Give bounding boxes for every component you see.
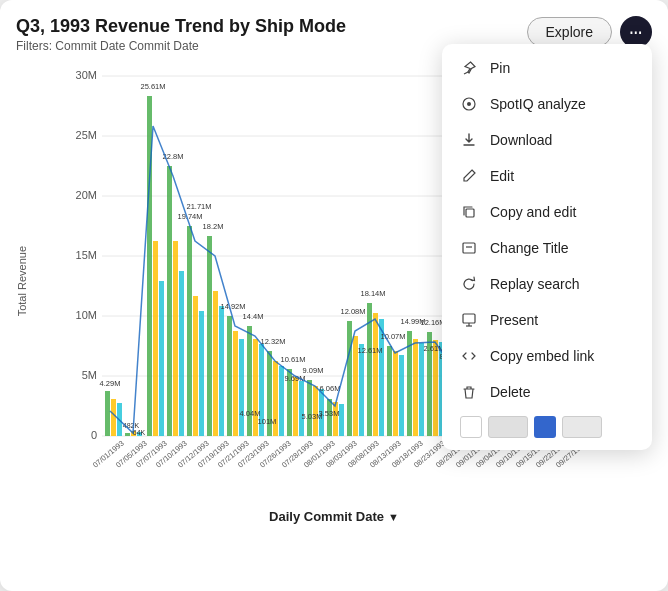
- svg-rect-59: [313, 386, 318, 436]
- svg-rect-16: [105, 391, 110, 436]
- color-box-1[interactable]: [460, 416, 482, 438]
- svg-text:20M: 20M: [76, 189, 97, 201]
- svg-rect-79: [413, 339, 418, 436]
- svg-rect-39: [213, 291, 218, 436]
- spotiq-icon: [460, 95, 478, 113]
- menu-item-download[interactable]: Download: [442, 122, 652, 158]
- svg-rect-44: [239, 339, 244, 436]
- svg-text:12.08M: 12.08M: [340, 307, 365, 316]
- svg-line-151: [464, 72, 468, 74]
- svg-text:25.61M: 25.61M: [140, 82, 165, 91]
- svg-rect-68: [359, 344, 364, 436]
- svg-text:21.71M: 21.71M: [186, 202, 211, 211]
- embed-icon: [460, 347, 478, 365]
- svg-rect-74: [387, 346, 392, 436]
- svg-rect-38: [207, 236, 212, 436]
- menu-item-change-title-label: Change Title: [490, 240, 569, 256]
- menu-item-embed-label: Copy embed link: [490, 348, 594, 364]
- svg-rect-56: [299, 381, 304, 436]
- svg-rect-34: [193, 296, 198, 436]
- svg-text:9.09M: 9.09M: [303, 366, 324, 375]
- svg-text:5M: 5M: [82, 369, 97, 381]
- svg-rect-42: [227, 316, 232, 436]
- y-axis-label: Total Revenue: [16, 246, 28, 316]
- svg-rect-35: [199, 311, 204, 436]
- svg-rect-64: [339, 404, 344, 436]
- svg-text:10.61M: 10.61M: [280, 355, 305, 364]
- svg-text:15M: 15M: [76, 249, 97, 261]
- svg-rect-29: [167, 166, 172, 436]
- menu-item-delete-label: Delete: [490, 384, 530, 400]
- svg-text:14.92M: 14.92M: [220, 302, 245, 311]
- x-axis-label: Daily Commit Date ▼: [16, 501, 652, 530]
- svg-rect-33: [187, 226, 192, 436]
- svg-text:30M: 30M: [76, 69, 97, 81]
- menu-item-copy-edit-label: Copy and edit: [490, 204, 576, 220]
- svg-text:12.32M: 12.32M: [260, 337, 285, 346]
- svg-rect-17: [111, 399, 116, 436]
- menu-item-download-label: Download: [490, 132, 552, 148]
- edit-icon: [460, 167, 478, 185]
- copy-icon: [460, 203, 478, 221]
- pin-icon: [460, 59, 478, 77]
- svg-rect-27: [159, 281, 164, 436]
- svg-rect-26: [153, 241, 158, 436]
- svg-rect-46: [247, 326, 252, 436]
- svg-text:10M: 10M: [76, 309, 97, 321]
- svg-rect-31: [179, 271, 184, 436]
- svg-rect-43: [233, 331, 238, 436]
- menu-item-edit[interactable]: Edit: [442, 158, 652, 194]
- menu-item-embed[interactable]: Copy embed link: [442, 338, 652, 374]
- svg-text:101M: 101M: [258, 417, 277, 426]
- color-box-2[interactable]: [488, 416, 528, 438]
- svg-text:19.74M: 19.74M: [177, 212, 202, 221]
- menu-item-pin[interactable]: Pin: [442, 50, 652, 86]
- chart-title: Q3, 1993 Revenue Trend by Ship Mode: [16, 16, 346, 37]
- svg-text:5.03M: 5.03M: [302, 412, 323, 421]
- x-axis-text: Daily Commit Date: [269, 509, 384, 524]
- trash-icon: [460, 383, 478, 401]
- present-icon: [460, 311, 478, 329]
- svg-text:0: 0: [91, 429, 97, 441]
- menu-item-pin-label: Pin: [490, 60, 510, 76]
- svg-rect-30: [173, 241, 178, 436]
- menu-item-spotiq[interactable]: SpotIQ analyze: [442, 86, 652, 122]
- menu-item-present-label: Present: [490, 312, 538, 328]
- svg-rect-83: [433, 340, 438, 436]
- menu-item-change-title[interactable]: Change Title: [442, 230, 652, 266]
- color-boxes-row: [442, 410, 652, 444]
- svg-text:14.4M: 14.4M: [243, 312, 264, 321]
- svg-text:12.61M: 12.61M: [357, 346, 382, 355]
- menu-item-delete[interactable]: Delete: [442, 374, 652, 410]
- svg-rect-76: [399, 355, 404, 436]
- svg-rect-158: [463, 314, 475, 323]
- svg-rect-52: [279, 366, 284, 436]
- menu-item-edit-label: Edit: [490, 168, 514, 184]
- svg-rect-63: [333, 402, 338, 436]
- svg-text:25M: 25M: [76, 129, 97, 141]
- color-box-3[interactable]: [534, 416, 556, 438]
- menu-item-replay-label: Replay search: [490, 276, 580, 292]
- chart-filters: Filters: Commit Date Commit Date: [16, 39, 346, 53]
- svg-rect-156: [463, 243, 475, 253]
- svg-rect-40: [219, 306, 224, 436]
- menu-item-replay[interactable]: Replay search: [442, 266, 652, 302]
- main-card: Q3, 1993 Revenue Trend by Ship Mode Filt…: [0, 0, 668, 591]
- more-dots-icon: ⋯: [629, 25, 643, 40]
- svg-rect-80: [419, 343, 424, 436]
- svg-rect-75: [393, 351, 398, 436]
- download-icon: [460, 131, 478, 149]
- svg-text:18.14M: 18.14M: [360, 289, 385, 298]
- svg-text:4.29M: 4.29M: [100, 379, 121, 388]
- dropdown-menu: Pin SpotIQ analyze Download Edit: [442, 44, 652, 450]
- explore-button[interactable]: Explore: [527, 17, 612, 47]
- color-box-4[interactable]: [562, 416, 602, 438]
- svg-text:6.06M: 6.06M: [320, 384, 341, 393]
- svg-rect-66: [347, 321, 352, 436]
- title-area: Q3, 1993 Revenue Trend by Ship Mode Filt…: [16, 16, 346, 53]
- menu-item-spotiq-label: SpotIQ analyze: [490, 96, 586, 112]
- menu-item-copy-edit[interactable]: Copy and edit: [442, 194, 652, 230]
- menu-item-present[interactable]: Present: [442, 302, 652, 338]
- svg-text:18.2M: 18.2M: [203, 222, 224, 231]
- svg-point-153: [467, 102, 471, 106]
